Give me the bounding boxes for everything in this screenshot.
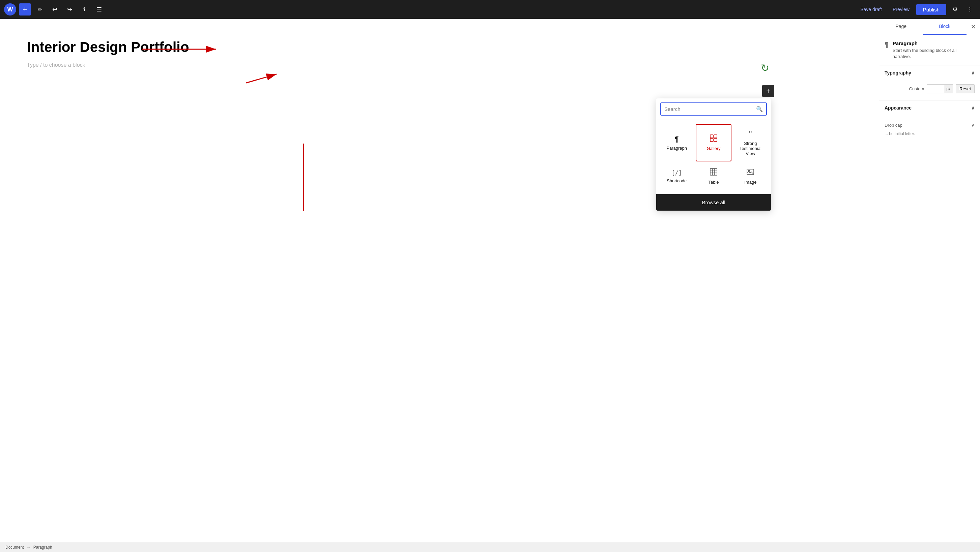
right-sidebar: Page Block ✕ ¶ Paragraph Start with the … — [879, 19, 980, 552]
sidebar-block-info: ¶ Paragraph Start with the building bloc… — [879, 35, 980, 65]
add-block-editor-button[interactable]: + — [762, 85, 774, 97]
sidebar-block-info-text: Paragraph Start with the building block … — [892, 40, 975, 60]
block-item-gallery[interactable]: Gallery — [696, 124, 731, 162]
search-icon: 🔍 — [756, 106, 763, 112]
inserter-search-area: 🔍 — [656, 98, 771, 120]
svg-line-14 — [246, 74, 277, 83]
block-inserter-popup: 🔍 ¶ Paragraph — [656, 98, 771, 211]
paragraph-block-label: Paragraph — [667, 146, 687, 151]
search-input-wrapper: 🔍 — [660, 102, 767, 116]
image-block-label: Image — [744, 179, 756, 185]
sidebar-block-icon: ¶ — [885, 40, 889, 49]
typography-label: Typography — [885, 70, 911, 76]
custom-label: Custom — [909, 86, 924, 91]
shortcode-block-icon: [/] — [671, 170, 682, 176]
editor-area: Interior Design Portfolio Type / to choo… — [0, 19, 879, 552]
svg-rect-1 — [714, 135, 717, 138]
status-bar: Document → Paragraph — [0, 542, 980, 552]
toolbar: W + ✏ ↩ ↪ ℹ ☰ Save draft Preview Publish… — [0, 0, 980, 19]
info-button[interactable]: ℹ — [78, 3, 91, 16]
image-block-icon — [747, 168, 754, 178]
shortcode-block-label: Shortcode — [667, 178, 687, 183]
block-item-image[interactable]: Image — [733, 163, 768, 190]
more-options-button[interactable]: ⋮ — [964, 3, 976, 16]
px-input-wrapper: px — [927, 84, 953, 94]
gallery-block-label: Gallery — [706, 146, 720, 151]
breadcrumb-document[interactable]: Document — [5, 545, 24, 550]
testimonial-block-icon: " — [749, 129, 752, 139]
close-sidebar-button[interactable]: ✕ — [967, 19, 980, 35]
redo-button[interactable]: ↪ — [64, 3, 76, 16]
table-block-icon — [710, 168, 717, 178]
refresh-button[interactable]: ↻ — [759, 61, 771, 73]
preview-button[interactable]: Preview — [889, 5, 913, 14]
drop-cap-subsection[interactable]: Drop cap ∨ — [885, 119, 975, 131]
px-unit-label: px — [944, 85, 953, 93]
block-placeholder[interactable]: Type / to choose a block — [27, 62, 852, 68]
list-view-button[interactable]: ☰ — [93, 3, 105, 16]
page-title[interactable]: Interior Design Portfolio — [27, 39, 852, 55]
svg-rect-0 — [710, 135, 713, 138]
drop-cap-note: ... be initial letter. — [885, 131, 975, 137]
drop-cap-toggle-icon: ∨ — [971, 123, 975, 128]
edit-mode-button[interactable]: ✏ — [34, 3, 46, 16]
typography-section: Typography ∧ Custom px Reset — [879, 65, 980, 100]
block-item-table[interactable]: Table — [696, 163, 731, 190]
breadcrumb-separator: → — [27, 545, 31, 550]
main-layout: Interior Design Portfolio Type / to choo… — [0, 19, 980, 552]
block-item-strong-testimonial[interactable]: " Strong Testimonial View — [733, 124, 768, 162]
testimonial-block-label: Strong Testimonial View — [736, 141, 765, 156]
wp-logo: W — [4, 3, 16, 16]
sidebar-block-description: Start with the building block of all nar… — [892, 48, 975, 60]
plus-icon: + — [766, 87, 770, 95]
typography-section-body: Custom px Reset — [879, 80, 980, 100]
reset-button[interactable]: Reset — [956, 84, 975, 94]
appearance-label: Appearance — [885, 105, 912, 111]
appearance-section: Appearance ∧ Drop cap ∨ ... be initial l… — [879, 100, 980, 141]
svg-rect-2 — [710, 138, 713, 141]
annotations — [0, 19, 879, 542]
appearance-section-body: Drop cap ∨ ... be initial letter. — [879, 115, 980, 141]
save-draft-button[interactable]: Save draft — [856, 5, 886, 14]
custom-size-row: Custom px Reset — [885, 84, 975, 94]
typography-collapse-icon: ∧ — [971, 70, 975, 76]
tab-block[interactable]: Block — [923, 19, 967, 35]
add-block-button[interactable]: + — [19, 3, 31, 16]
paragraph-block-icon: ¶ — [675, 135, 679, 144]
drop-cap-label: Drop cap — [885, 123, 902, 128]
breadcrumb-paragraph[interactable]: Paragraph — [33, 545, 52, 550]
table-block-label: Table — [708, 179, 719, 185]
toolbar-right: Save draft Preview Publish ⚙ ⋮ — [856, 3, 976, 16]
gallery-block-icon — [710, 135, 717, 144]
sidebar-block-title: Paragraph — [892, 40, 975, 46]
settings-button[interactable]: ⚙ — [949, 3, 961, 16]
undo-button[interactable]: ↩ — [49, 3, 61, 16]
font-size-input[interactable] — [927, 84, 944, 93]
tab-page[interactable]: Page — [879, 19, 923, 35]
appearance-collapse-icon: ∧ — [971, 105, 975, 111]
typography-section-header[interactable]: Typography ∧ — [879, 65, 980, 80]
svg-rect-4 — [710, 168, 717, 175]
publish-button[interactable]: Publish — [916, 4, 946, 15]
browse-all-button[interactable]: Browse all — [656, 194, 771, 211]
refresh-icon: ↻ — [759, 62, 770, 73]
block-item-paragraph[interactable]: ¶ Paragraph — [659, 124, 694, 162]
appearance-section-header[interactable]: Appearance ∧ — [879, 100, 980, 115]
block-item-shortcode[interactable]: [/] Shortcode — [659, 163, 694, 190]
sidebar-tabs: Page Block ✕ — [879, 19, 980, 35]
svg-rect-3 — [714, 138, 717, 141]
search-input[interactable] — [664, 106, 753, 112]
block-inserter-grid: ¶ Paragraph Gallery — [656, 120, 771, 194]
